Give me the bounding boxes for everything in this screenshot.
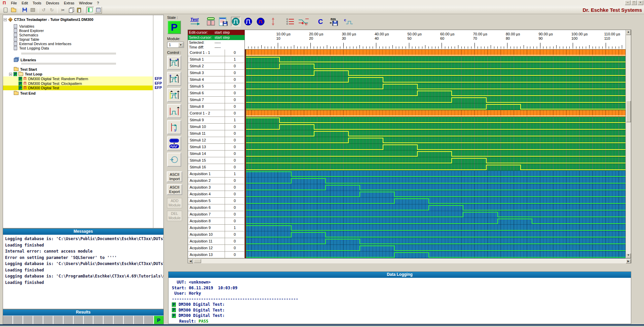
c-pulse-button[interactable]: c c — [343, 17, 354, 26]
tree-item-external-devices-and-interfaces[interactable]: External Devices and Interfaces — [3, 41, 71, 46]
result-pass-cell[interactable]: P — [154, 316, 163, 324]
select-cursor-line[interactable] — [246, 50, 246, 258]
signal-row[interactable]: Stimuli 40 — [188, 76, 245, 83]
chevron-down-icon[interactable]: ▼ — [178, 42, 183, 47]
waveform-lane-stimuli[interactable] — [245, 144, 626, 151]
redo-button[interactable]: ↻ — [48, 7, 55, 13]
tree-item-test-start[interactable]: Test Start — [3, 67, 37, 72]
result-cell[interactable] — [84, 316, 93, 324]
result-cell[interactable] — [13, 316, 23, 324]
result-cell[interactable] — [93, 316, 103, 324]
signal-row[interactable]: Acquisition 120 — [188, 245, 245, 252]
step-list-button[interactable] — [286, 17, 295, 26]
signal-row[interactable]: Stimuli 91 — [188, 117, 245, 124]
tree-item-test-end[interactable]: Test End — [3, 91, 36, 96]
signal-row[interactable]: Stimuli 100 — [188, 124, 245, 130]
tree-item-test-logging-data[interactable]: Test Logging Data — [3, 46, 49, 51]
pattern-transfer-button[interactable] — [167, 136, 181, 151]
signal-row[interactable]: Stimuli 20 — [188, 63, 245, 70]
signal-row[interactable]: Stimuli 50 — [188, 83, 245, 90]
bin-export-button[interactable]: BIN BIN — [328, 17, 340, 26]
save-button[interactable] — [21, 7, 28, 13]
menu-tools[interactable]: Tools — [30, 0, 44, 5]
result-cell[interactable] — [64, 316, 73, 324]
messages-log[interactable]: Logging database is: 'C:\Users\Public\Do… — [3, 235, 163, 309]
signal-row[interactable]: Acquisition 60 — [188, 204, 245, 211]
menu-window[interactable]: Window — [77, 0, 94, 5]
ascii-import-button[interactable]: ASCII Import — [167, 171, 182, 182]
waveform-area[interactable] — [245, 50, 626, 258]
signal-row[interactable]: Acquisition 20 — [188, 177, 245, 184]
waveform-lane-acquisition[interactable] — [245, 218, 626, 225]
waveform-lane-stimuli[interactable] — [245, 130, 626, 137]
tree-item-libraries[interactable]: Libraries — [3, 58, 36, 62]
signal-row[interactable]: Stimuli 120 — [188, 137, 245, 144]
signal-row[interactable]: Stimuli 140 — [188, 151, 245, 157]
maximize-button[interactable]: □ — [631, 0, 637, 5]
state-pass-button[interactable]: P — [167, 21, 181, 34]
result-cell[interactable] — [23, 316, 33, 324]
vertical-scrollbar[interactable]: ▲ ▼ — [626, 30, 631, 258]
waveform-lane-stimuli[interactable] — [245, 103, 626, 110]
waveform-lane-stimuli[interactable] — [245, 70, 626, 76]
tree-item-signal-table[interactable]: Signal Table — [3, 37, 39, 42]
signal-row[interactable]: Stimuli 110 — [188, 130, 245, 137]
waveform-lane-acquisition[interactable] — [245, 238, 626, 245]
signal-row[interactable]: Control 1 - 20 — [188, 110, 245, 117]
waveform-lane-acquisition[interactable] — [245, 225, 626, 231]
result-cell[interactable] — [124, 316, 133, 324]
signal-row[interactable]: Stimuli 80 — [188, 103, 245, 110]
waveform-lane-acquisition[interactable] — [245, 231, 626, 238]
signal-row[interactable]: Acquisition 110 — [188, 238, 245, 245]
pulse-edit-mode-button[interactable] — [231, 17, 240, 26]
minimize-button[interactable]: – — [625, 0, 631, 5]
waveform-lane-stimuli[interactable] — [245, 124, 626, 130]
signal-row[interactable]: Stimuli 70 — [188, 97, 245, 103]
vertical-adjust-button[interactable] — [268, 17, 278, 26]
tree-item-dm300-test[interactable]: PΠDM300 Digital Test: Random Pattern — [3, 76, 153, 81]
scroll-up-button[interactable]: ▲ — [626, 30, 631, 35]
waveform-lane-stimuli[interactable] — [245, 117, 626, 124]
module-select[interactable]: 1 ▼ — [167, 42, 184, 48]
waveform-lane-acquisition[interactable] — [245, 184, 626, 191]
signal-row[interactable]: Acquisition 11 — [188, 171, 245, 177]
cut-button[interactable]: ✂ — [59, 7, 67, 13]
signal-row[interactable]: Acquisition 70 — [188, 211, 245, 218]
trigger-settings-button[interactable]: Tr Tr — [298, 17, 309, 26]
signal-row[interactable]: Acquisition 40 — [188, 191, 245, 198]
compile-c-button[interactable]: C — [316, 17, 325, 26]
signal-row[interactable]: Control 1 - 10 — [188, 50, 245, 56]
signal-row[interactable]: Acquisition 130 — [188, 252, 245, 258]
pulse-small-button[interactable] — [256, 17, 265, 26]
waveform-lane-stimuli[interactable] — [245, 151, 626, 157]
waveform-lane-acquisition[interactable] — [245, 211, 626, 218]
paste-button[interactable] — [75, 7, 83, 13]
waveform-lane-stimuli[interactable] — [245, 63, 626, 70]
waveform-lane-acquisition[interactable] — [245, 177, 626, 184]
waveform-lane-acquisition[interactable] — [245, 191, 626, 198]
waveform-lane-acquisition[interactable] — [245, 245, 626, 252]
open-file-button[interactable] — [10, 7, 17, 13]
menu-edit[interactable]: Edit — [19, 0, 30, 5]
scroll-right-button[interactable]: ▶ — [626, 259, 631, 263]
set-marker-button[interactable] — [167, 104, 181, 118]
menu-extras[interactable]: Extras — [62, 0, 77, 5]
set-start-button[interactable]: S — [167, 72, 181, 86]
connector-map-button[interactable] — [206, 17, 216, 26]
signal-row[interactable]: Acquisition 91 — [188, 225, 245, 231]
waveform-lane-acquisition[interactable] — [245, 252, 626, 258]
result-cell[interactable] — [74, 316, 83, 324]
tree-root[interactable]: CT3xx Testadapter - Tutor Digitaltest1 D… — [3, 17, 93, 22]
signal-row[interactable]: Stimuli 160 — [188, 164, 245, 171]
tree-item-dm300-test[interactable]: PΠDM300 Digital Test: Clockpattern — [3, 81, 153, 86]
ascii-export-button[interactable]: ASCII Export — [167, 184, 182, 195]
scroll-down-button[interactable]: ▼ — [626, 253, 631, 258]
waveform-lane-stimuli[interactable] — [245, 56, 626, 63]
loop-repeat-button[interactable] — [167, 153, 181, 167]
signal-row[interactable]: Stimuli 130 — [188, 144, 245, 151]
time-ruler[interactable]: 10.00 µs1020.00 µs2030.00 µs3040.00 µs40… — [245, 30, 626, 50]
waveform-lane-stimuli[interactable] — [245, 164, 626, 171]
data-logging-log[interactable]: UUT: <unknown>Start: 06.11.2019 10:03:09… — [168, 278, 631, 324]
result-cell[interactable] — [43, 316, 53, 324]
undo-button[interactable]: ↺ — [40, 7, 47, 13]
